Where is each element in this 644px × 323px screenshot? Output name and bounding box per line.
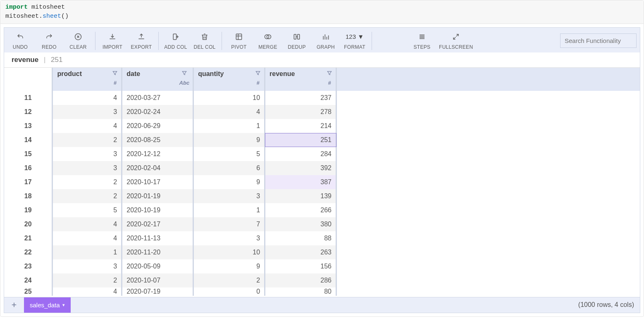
- cell[interactable]: 2020-11-20: [122, 245, 193, 259]
- column-header-product[interactable]: product#: [52, 68, 122, 91]
- cell[interactable]: 80: [265, 287, 336, 296]
- add-sheet-button[interactable]: [4, 297, 24, 313]
- column-header-quantity[interactable]: quantity#: [193, 68, 265, 91]
- cell[interactable]: 380: [265, 217, 336, 231]
- row-index[interactable]: 15: [4, 147, 52, 161]
- cell[interactable]: 284: [265, 147, 336, 161]
- cell[interactable]: 156: [265, 259, 336, 273]
- row-index[interactable]: 20: [4, 217, 52, 231]
- cell[interactable]: 2020-05-09: [122, 259, 193, 273]
- row-index[interactable]: 18: [4, 189, 52, 203]
- column-header-revenue[interactable]: revenue#: [265, 68, 336, 91]
- cell[interactable]: 2020-07-19: [122, 287, 193, 296]
- format-button[interactable]: 123 ▼ FORMAT: [340, 30, 369, 52]
- cell[interactable]: 2020-10-07: [122, 273, 193, 287]
- cell[interactable]: 3: [193, 189, 265, 203]
- cell[interactable]: 2: [52, 189, 122, 203]
- pivot-button[interactable]: PIVOT: [224, 30, 253, 52]
- undo-button[interactable]: UNDO: [6, 30, 35, 52]
- cell[interactable]: 392: [265, 161, 336, 175]
- cell[interactable]: 2: [52, 175, 122, 189]
- formula-bar[interactable]: revenue | 251: [4, 52, 640, 68]
- row-index[interactable]: 25: [4, 287, 52, 296]
- cell[interactable]: 139: [265, 189, 336, 203]
- filter-icon[interactable]: [181, 70, 187, 77]
- row-index[interactable]: 14: [4, 133, 52, 147]
- cell[interactable]: 2: [52, 273, 122, 287]
- search-input[interactable]: [560, 33, 637, 48]
- cell[interactable]: 5: [193, 147, 265, 161]
- graph-button[interactable]: GRAPH: [311, 30, 340, 52]
- dedup-button[interactable]: DEDUP: [282, 30, 311, 52]
- cell[interactable]: 214: [265, 119, 336, 133]
- cell[interactable]: 10: [193, 245, 265, 259]
- cell[interactable]: 4: [193, 105, 265, 119]
- cell[interactable]: 2020-02-04: [122, 161, 193, 175]
- cell[interactable]: 2020-08-25: [122, 133, 193, 147]
- row-index[interactable]: 12: [4, 105, 52, 119]
- steps-button[interactable]: STEPS: [408, 30, 436, 52]
- cell[interactable]: 263: [265, 245, 336, 259]
- cell[interactable]: 3: [193, 231, 265, 245]
- cell[interactable]: 2020-06-29: [122, 119, 193, 133]
- cell[interactable]: 2020-11-13: [122, 231, 193, 245]
- row-index[interactable]: 17: [4, 175, 52, 189]
- fullscreen-button[interactable]: FULLSCREEN: [436, 30, 475, 52]
- cell[interactable]: 387: [265, 175, 336, 189]
- row-index[interactable]: 22: [4, 245, 52, 259]
- sheet-tab[interactable]: sales_data ▾: [24, 297, 71, 313]
- cell[interactable]: 10: [193, 91, 265, 105]
- cell[interactable]: 4: [52, 287, 122, 296]
- cell[interactable]: 4: [52, 91, 122, 105]
- cell[interactable]: 4: [52, 119, 122, 133]
- add-col-button[interactable]: ADD COL: [161, 30, 190, 52]
- column-header-date[interactable]: dateAbc: [122, 68, 193, 91]
- row-index[interactable]: 21: [4, 231, 52, 245]
- cell[interactable]: 2020-02-17: [122, 217, 193, 231]
- cell[interactable]: 3: [52, 259, 122, 273]
- filter-icon[interactable]: [327, 70, 332, 77]
- cell[interactable]: 4: [52, 231, 122, 245]
- cell[interactable]: 5: [52, 203, 122, 217]
- cell[interactable]: 2020-10-17: [122, 175, 193, 189]
- cell[interactable]: 9: [193, 175, 265, 189]
- cell[interactable]: 3: [52, 105, 122, 119]
- cell[interactable]: 286: [265, 273, 336, 287]
- row-index[interactable]: 23: [4, 259, 52, 273]
- cell[interactable]: 1: [193, 203, 265, 217]
- cell[interactable]: 2020-03-27: [122, 91, 193, 105]
- redo-button[interactable]: REDO: [35, 30, 64, 52]
- export-button[interactable]: EXPORT: [127, 30, 156, 52]
- cell[interactable]: 3: [52, 161, 122, 175]
- cell[interactable]: 2020-10-19: [122, 203, 193, 217]
- cell[interactable]: 2020-02-24: [122, 105, 193, 119]
- import-button[interactable]: IMPORT: [98, 30, 127, 52]
- filter-icon[interactable]: [255, 70, 261, 77]
- filter-icon[interactable]: [112, 70, 118, 77]
- cell[interactable]: 7: [193, 217, 265, 231]
- cell[interactable]: 88: [265, 231, 336, 245]
- cell[interactable]: 9: [193, 133, 265, 147]
- row-index[interactable]: 13: [4, 119, 52, 133]
- cell[interactable]: 2020-12-12: [122, 147, 193, 161]
- cell[interactable]: 278: [265, 105, 336, 119]
- cell[interactable]: 237: [265, 91, 336, 105]
- row-index[interactable]: 19: [4, 203, 52, 217]
- row-index[interactable]: 11: [4, 91, 52, 105]
- cell[interactable]: 6: [193, 161, 265, 175]
- cell[interactable]: 9: [193, 259, 265, 273]
- clear-button[interactable]: CLEAR: [64, 30, 93, 52]
- merge-button[interactable]: MERGE: [253, 30, 282, 52]
- row-index[interactable]: 24: [4, 273, 52, 287]
- del-col-button[interactable]: DEL COL: [190, 30, 219, 52]
- cell[interactable]: 251: [265, 133, 336, 147]
- cell[interactable]: 2: [193, 273, 265, 287]
- cell[interactable]: 1: [52, 245, 122, 259]
- cell[interactable]: 2: [52, 133, 122, 147]
- cell[interactable]: 2020-01-19: [122, 189, 193, 203]
- code-cell[interactable]: import mitosheet mitosheet.sheet(): [0, 0, 644, 24]
- cell[interactable]: 0: [193, 287, 265, 296]
- cell[interactable]: 266: [265, 203, 336, 217]
- cell[interactable]: 4: [52, 217, 122, 231]
- cell[interactable]: 3: [52, 147, 122, 161]
